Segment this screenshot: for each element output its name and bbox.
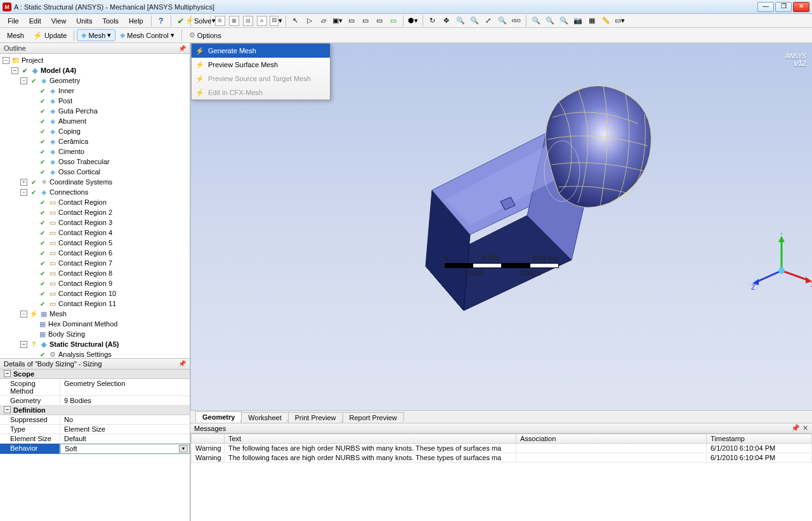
tree-item[interactable]: ▦Body Sizing bbox=[3, 329, 187, 339]
close-icon[interactable]: ✕ bbox=[802, 424, 808, 432]
col-association[interactable]: Association bbox=[516, 434, 707, 444]
tree-item[interactable]: ✔▭Contact Region 5 bbox=[3, 238, 187, 248]
scope-section[interactable]: −Scope bbox=[0, 370, 190, 379]
rotate-icon[interactable]: ↻ bbox=[426, 15, 439, 27]
menu-edit[interactable]: Edit bbox=[24, 17, 46, 25]
dropdown-item[interactable]: ⚡Generate Mesh bbox=[192, 44, 330, 58]
behavior-row[interactable]: BehaviorSoft▾ bbox=[0, 444, 190, 454]
tree-item[interactable]: −✔◈Connections bbox=[3, 187, 187, 197]
splitter-handle[interactable] bbox=[190, 227, 191, 252]
tree-item[interactable]: −✔◈Geometry bbox=[3, 75, 187, 86]
tab-print-preview[interactable]: Print Preview bbox=[288, 412, 343, 423]
select-edge-icon[interactable]: ▷ bbox=[303, 15, 316, 27]
chevron-down-icon[interactable]: ▾ bbox=[179, 445, 188, 453]
mesh-dropdown-button[interactable]: ◈Mesh ▾ bbox=[77, 29, 115, 41]
menu-view[interactable]: View bbox=[46, 17, 72, 25]
tab-report-preview[interactable]: Report Preview bbox=[343, 412, 404, 423]
tree-item[interactable]: −✔◈Model (A4) bbox=[3, 65, 187, 75]
scoping-method-row[interactable]: Scoping MethodGeometry Selection bbox=[0, 379, 190, 396]
tree-item[interactable]: −📁Project bbox=[3, 55, 187, 65]
help-icon[interactable]: ? bbox=[155, 15, 167, 27]
pin-icon[interactable]: 📌 bbox=[178, 45, 186, 52]
iso-icon[interactable]: ISO bbox=[510, 15, 523, 27]
col-timestamp[interactable]: Timestamp bbox=[707, 434, 812, 444]
report-icon[interactable]: ▤ bbox=[242, 15, 254, 27]
tree-item[interactable]: ✔◈Inner bbox=[3, 86, 187, 96]
next-view-icon[interactable]: 🔍 bbox=[544, 15, 556, 27]
suppressed-row[interactable]: SuppressedNo bbox=[0, 415, 190, 425]
type-row[interactable]: TypeElement Size bbox=[0, 425, 190, 434]
menu-help[interactable]: Help bbox=[124, 17, 148, 25]
section-icon[interactable]: ▭▾ bbox=[613, 15, 626, 27]
model-3d[interactable] bbox=[337, 57, 667, 323]
box-select2-icon[interactable]: ▭ bbox=[359, 15, 372, 27]
tree-item[interactable]: ✔◈Osso Cortical bbox=[3, 167, 187, 177]
tab-geometry[interactable]: Geometry bbox=[195, 411, 242, 423]
tree-item[interactable]: ✔◈Guta Percha bbox=[3, 106, 187, 116]
box-select4-icon[interactable]: ▭ bbox=[387, 15, 400, 27]
maximize-button[interactable]: ❐ bbox=[775, 2, 792, 12]
tree-item[interactable]: ✔◈Cimento bbox=[3, 146, 187, 157]
select-point-icon[interactable]: ↖ bbox=[289, 15, 302, 27]
tree-item[interactable]: ✔▭Contact Region 8 bbox=[3, 268, 187, 278]
select-body-icon[interactable]: ▣▾ bbox=[331, 15, 344, 27]
solve-button[interactable]: ⚡Solve ▾ bbox=[194, 15, 207, 27]
tree-item[interactable]: ✔▭Contact Region 3 bbox=[3, 217, 187, 228]
box-select-icon[interactable]: ▭ bbox=[345, 15, 358, 27]
col-severity[interactable] bbox=[192, 434, 225, 444]
fit-icon[interactable]: ⤢ bbox=[482, 15, 495, 27]
tab-worksheet[interactable]: Worksheet bbox=[241, 412, 288, 423]
menu-file[interactable]: File bbox=[3, 17, 24, 25]
wireframe-icon[interactable]: ▦ bbox=[586, 15, 598, 27]
menu-units[interactable]: Units bbox=[71, 17, 97, 25]
zoom-in-icon[interactable]: 🔍 bbox=[454, 15, 467, 27]
tree-item[interactable]: +✔✳Coordinate Systems bbox=[3, 177, 187, 187]
tree-item[interactable]: ✔▭Contact Region 10 bbox=[3, 288, 187, 299]
tree-item[interactable]: −⚡▦Mesh bbox=[3, 309, 187, 319]
zoom-box-icon[interactable]: 🔍 bbox=[496, 15, 509, 27]
message-row[interactable]: WarningThe following faces are high orde… bbox=[192, 453, 812, 463]
messages-table[interactable]: Text Association Timestamp WarningThe fo… bbox=[191, 434, 812, 463]
box-select3-icon[interactable]: ▭ bbox=[373, 15, 386, 27]
tree-item[interactable]: ✔◈Osso Trabecular bbox=[3, 157, 187, 167]
dropdown-item[interactable]: ⚡Preview Surface Mesh bbox=[192, 58, 330, 72]
tree-item[interactable]: ✔▭Contact Region 2 bbox=[3, 207, 187, 217]
tree-item[interactable]: ✔▭Contact Region 9 bbox=[3, 278, 187, 288]
ruler-icon[interactable]: 📏 bbox=[599, 15, 612, 27]
annotation-icon[interactable]: A bbox=[256, 15, 268, 27]
message-row[interactable]: WarningThe following faces are high orde… bbox=[192, 444, 812, 453]
minimize-button[interactable]: — bbox=[757, 2, 774, 12]
options-button[interactable]: ⚙Options bbox=[185, 29, 226, 41]
named-view-icon[interactable]: 📷 bbox=[572, 15, 584, 27]
tree-item[interactable]: ✔▭Contact Region 7 bbox=[3, 258, 187, 268]
tree-item[interactable]: ✔⚙Analysis Settings bbox=[3, 349, 187, 358]
definition-section[interactable]: −Definition bbox=[0, 406, 190, 415]
tree-item[interactable]: ✔▭Contact Region 6 bbox=[3, 248, 187, 258]
menu-tools[interactable]: Tools bbox=[97, 17, 124, 25]
tree-item[interactable]: ▦Hex Dominant Method bbox=[3, 319, 187, 329]
tree-item[interactable]: ✔▭Contact Region 4 bbox=[3, 228, 187, 238]
mesh-control-button[interactable]: ◈Mesh Control ▾ bbox=[115, 29, 178, 41]
tree-item[interactable]: ✔◈Cerâmica bbox=[3, 136, 187, 146]
geometry-row[interactable]: Geometry9 Bodies bbox=[0, 396, 190, 406]
viewport[interactable]: ⚡Generate Mesh⚡Preview Surface Mesh⚡Prev… bbox=[190, 43, 812, 410]
prev-view-icon[interactable]: 🔍 bbox=[530, 15, 542, 27]
toggle-tree-icon[interactable]: ⊞ bbox=[214, 15, 226, 27]
tree-item[interactable]: ✔◈Post bbox=[3, 96, 187, 106]
tree-item[interactable]: ✔▭Contact Region bbox=[3, 197, 187, 207]
outline-tree[interactable]: −📁Project−✔◈Model (A4)−✔◈Geometry✔◈Inner… bbox=[0, 54, 190, 358]
tree-item[interactable]: −?◈Static Structural (A5) bbox=[3, 339, 187, 349]
worksheet-icon[interactable]: ▦ bbox=[228, 15, 240, 27]
update-button[interactable]: ⚡Update bbox=[29, 29, 71, 42]
select-face-icon[interactable]: ▱ bbox=[317, 15, 330, 27]
pin-icon[interactable]: 📌 bbox=[791, 424, 800, 432]
tree-item[interactable]: ✔▭Contact Region 11 bbox=[3, 299, 187, 309]
axis-triad[interactable]: Y X Z bbox=[750, 233, 801, 283]
pin-icon[interactable]: 📌 bbox=[178, 360, 186, 368]
pan-icon[interactable]: ✥ bbox=[440, 15, 453, 27]
tree-item[interactable]: ✔◈Abument bbox=[3, 116, 187, 126]
col-text[interactable]: Text bbox=[225, 434, 516, 444]
image-icon[interactable]: 🖼▾ bbox=[270, 15, 282, 27]
display-mode-icon[interactable]: ⬢▾ bbox=[407, 15, 419, 27]
zoom-out-icon[interactable]: 🔍 bbox=[468, 15, 481, 27]
